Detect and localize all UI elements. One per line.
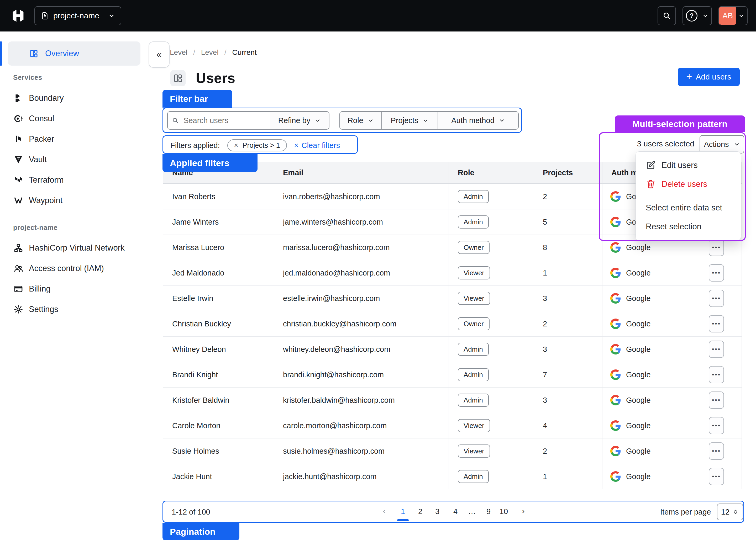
cell-auth-method: Google	[602, 337, 689, 362]
page-button-9[interactable]: 9	[483, 507, 494, 516]
cell-name: Jackie Hunt	[163, 464, 274, 489]
page-button-10[interactable]: 10	[498, 507, 510, 516]
refine-by-label: Refine by	[278, 116, 311, 125]
menu-item-delete-users[interactable]: Delete users	[636, 175, 741, 194]
sidebar-item-settings[interactable]: Settings	[0, 299, 151, 320]
cell-name: Whitney Deleon	[163, 337, 274, 362]
auth-method-label: Google	[626, 269, 651, 277]
role-badge: Admin	[458, 190, 489, 203]
hashicorp-logo-icon[interactable]	[12, 9, 25, 22]
cell-auth-method: Google	[602, 286, 689, 311]
sidebar-item-access-control[interactable]: Access control (IAM)	[0, 258, 151, 279]
sidebar-collapse-button[interactable]: «	[149, 42, 170, 68]
cell-name: Jame Winters	[163, 209, 274, 235]
menu-item-edit-users[interactable]: Edit users	[636, 156, 741, 175]
sidebar-item-label: Billing	[29, 284, 51, 294]
role-filter-dropdown[interactable]: Role	[340, 112, 381, 129]
row-overflow-button[interactable]: •••	[709, 290, 724, 307]
applied-filters-row: Filters applied: × Projects > 1 × Clear …	[170, 139, 340, 151]
row-overflow-button[interactable]: •••	[709, 417, 724, 434]
cell-name: Christian Buckley	[163, 311, 274, 337]
row-overflow-button[interactable]: •••	[709, 315, 724, 333]
cell-email: susie.holmes@hashicorp.com	[274, 439, 449, 464]
overview-grid-icon	[29, 49, 38, 58]
cell-name: Ivan Roberts	[163, 184, 274, 209]
sidebar-item-billing[interactable]: Billing	[0, 279, 151, 299]
boundary-icon	[14, 93, 23, 103]
help-menu-button[interactable]: ?	[682, 6, 712, 25]
auth-method-label: Google	[626, 472, 651, 481]
actions-button[interactable]: Actions	[699, 135, 744, 154]
cell-email: jame.winters@hashicorp.com	[274, 209, 449, 235]
auth-method-label: Google	[626, 294, 651, 303]
add-users-button[interactable]: + Add users	[678, 68, 740, 86]
auth-method-filter-label: Auth method	[451, 116, 494, 125]
clear-filters-link[interactable]: × Clear filters	[294, 141, 340, 150]
sidebar-item-boundary[interactable]: Boundary	[0, 88, 151, 108]
menu-item-select-all[interactable]: Select entire data set	[636, 199, 741, 217]
cell-name: Estelle Irwin	[163, 286, 274, 311]
google-logo-icon	[610, 369, 621, 380]
sidebar-item-consul[interactable]: Consul	[0, 108, 151, 129]
breadcrumb-link[interactable]: Level	[201, 48, 219, 57]
google-logo-icon	[610, 268, 621, 278]
search-users-input[interactable]	[183, 116, 266, 125]
menu-item-reset-selection[interactable]: Reset selection	[636, 217, 741, 236]
users-icon	[14, 264, 23, 273]
gear-icon	[14, 305, 23, 314]
cell-role: Admin	[449, 388, 534, 413]
cell-email: jackie.hunt@hashicorp.com	[274, 464, 449, 489]
row-overflow-button[interactable]: •••	[709, 264, 724, 282]
auth-method-filter-dropdown[interactable]: Auth method	[438, 112, 518, 129]
row-overflow-button[interactable]: •••	[709, 340, 724, 358]
projects-filter-dropdown[interactable]: Projects	[381, 112, 438, 129]
sidebar-item-terraform[interactable]: Terraform	[0, 170, 151, 190]
project-switcher[interactable]: project-name	[34, 6, 121, 25]
page-button-1[interactable]: 1	[397, 507, 409, 516]
next-page-button[interactable]: ›	[518, 506, 529, 516]
cell-projects: 8	[534, 235, 602, 260]
sidebar-item-waypoint[interactable]: Waypoint	[0, 190, 151, 211]
cell-projects: 7	[534, 362, 602, 388]
actions-dropdown-menu: Edit users Delete users Select entire da…	[636, 151, 741, 241]
row-overflow-button[interactable]: •••	[709, 442, 724, 460]
column-header-email[interactable]: Email	[274, 162, 449, 184]
cell-name: Kristofer Baldwin	[163, 388, 274, 413]
sidebar-item-label: Consul	[29, 114, 54, 123]
column-header-projects[interactable]: Projects	[534, 162, 602, 184]
page-button-3[interactable]: 3	[432, 507, 443, 516]
breadcrumb-link[interactable]: Level	[170, 48, 188, 57]
filter-dropdown-group: Role Projects Auth method	[339, 111, 519, 130]
cell-email: estelle.irwin@hashicorp.com	[274, 286, 449, 311]
row-overflow-button[interactable]: •••	[709, 468, 724, 485]
sidebar-item-hvn[interactable]: HashiCorp Virtual Network	[0, 238, 151, 258]
google-logo-icon	[610, 471, 621, 482]
cell-email: carole.morton@hashicorp.com	[274, 413, 449, 439]
cell-role: Viewer	[449, 439, 534, 464]
breadcrumb-separator: /	[225, 48, 227, 57]
sidebar-item-label: Terraform	[29, 175, 64, 185]
refine-by-button[interactable]: Refine by	[270, 111, 329, 130]
row-overflow-button[interactable]: •••	[709, 391, 724, 409]
account-menu-button[interactable]: AB	[718, 6, 748, 25]
row-overflow-button[interactable]: •••	[709, 366, 724, 383]
page-button-4[interactable]: 4	[450, 507, 461, 516]
cell-actions: •••	[689, 286, 742, 311]
column-header-role[interactable]: Role	[449, 162, 534, 184]
page-button-2[interactable]: 2	[414, 507, 426, 516]
row-overflow-button[interactable]: •••	[709, 239, 724, 256]
sidebar-item-packer[interactable]: Packer	[0, 129, 151, 149]
global-search-button[interactable]	[658, 6, 676, 25]
search-users-field[interactable]	[167, 111, 271, 130]
clear-filters-icon: ×	[294, 141, 298, 150]
cell-actions: •••	[689, 388, 742, 413]
items-per-page-select[interactable]: 12	[717, 503, 743, 520]
sidebar-item-overview[interactable]: Overview	[8, 42, 140, 66]
filter-pill-projects[interactable]: × Projects > 1	[227, 139, 287, 151]
previous-page-button[interactable]: ‹	[378, 506, 390, 516]
add-users-label: Add users	[696, 72, 731, 81]
remove-filter-icon[interactable]: ×	[234, 141, 238, 150]
cell-actions: •••	[689, 260, 742, 286]
sidebar-item-vault[interactable]: Vault	[0, 149, 151, 170]
cell-actions: •••	[689, 337, 742, 362]
